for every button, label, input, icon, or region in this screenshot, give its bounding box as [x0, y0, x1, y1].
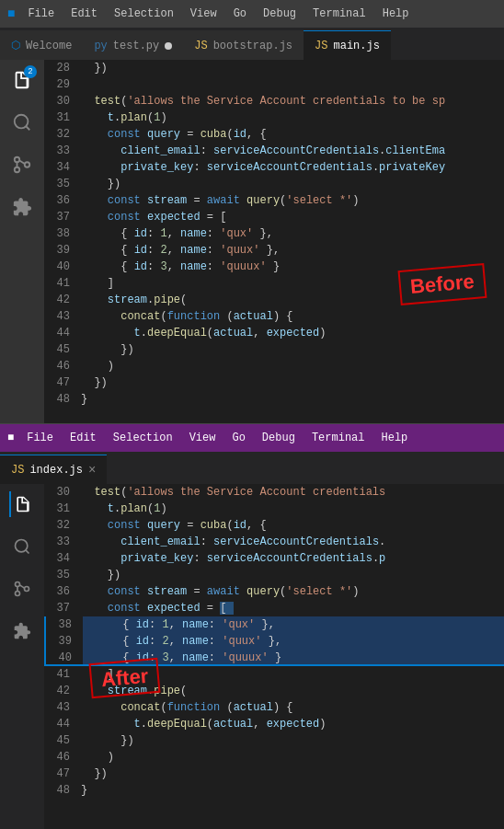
svg-point-0 [15, 115, 29, 129]
menu-terminal-top[interactable]: Terminal [305, 4, 373, 24]
bottom-code-lines: 30 test('allows the Service Account cred… [44, 484, 504, 799]
code-line-36: 36 const stream = await query('select *'… [44, 192, 504, 209]
svg-point-11 [25, 587, 29, 592]
menu-terminal-bottom[interactable]: Terminal [304, 428, 372, 448]
top-activity-bar: 2 [0, 60, 44, 423]
bottom-pane: ■ File Edit Selection View Go Debug Term… [0, 423, 504, 829]
code-line-33: 33 client_email: serviceAccountCredentia… [44, 143, 504, 159]
code-line-34: 34 private_key: serviceAccountCredential… [44, 159, 504, 176]
top-main-area: 2 28 }) 29 [0, 60, 504, 423]
code-line-35: 35 }) [44, 176, 504, 192]
tab-test-py-label: test.py [113, 40, 159, 52]
activity-files[interactable]: 2 [9, 67, 35, 93]
svg-point-2 [15, 157, 20, 163]
py-icon: py [94, 40, 107, 52]
js-icon-index: JS [11, 464, 24, 477]
b-code-line-30: 30 test('allows the Service Account cred… [44, 484, 504, 501]
menu-debug-top[interactable]: Debug [256, 4, 304, 24]
svg-point-9 [16, 582, 20, 587]
tab-index-label: index.js [29, 464, 83, 477]
close-tab-icon[interactable]: × [88, 463, 96, 478]
code-line-38: 38 { id: 1, name: 'qux' }, [44, 225, 504, 242]
b-code-line-37: 37 const expected = [ [44, 600, 504, 616]
menu-file-top[interactable]: File [20, 4, 62, 24]
code-line-39: 39 { id: 2, name: 'quux' }, [44, 242, 504, 259]
menu-view-bottom[interactable]: View [182, 428, 223, 448]
menu-debug-bottom[interactable]: Debug [255, 428, 303, 448]
b-code-line-31: 31 t.plan(1) [44, 501, 504, 517]
menu-go-bottom[interactable]: Go [224, 428, 252, 448]
b-code-line-35: 35 }) [44, 567, 504, 583]
menu-view-top[interactable]: View [183, 4, 224, 24]
code-line-31: 31 t.plan(1) [44, 109, 504, 126]
code-line-29: 29 [44, 76, 504, 93]
top-menu-bar: ■ File Edit Selection View Go Debug Term… [0, 0, 504, 28]
code-line-48: 48 } [44, 391, 504, 408]
bottom-tabs-bar: JS index.js × [0, 452, 504, 484]
b-code-line-36: 36 const stream = await query('select *'… [44, 583, 504, 600]
top-menu-items: File Edit Selection View Go Debug Termin… [20, 4, 416, 24]
bottom-sidebar [0, 484, 44, 829]
top-pane: ■ File Edit Selection View Go Debug Term… [0, 0, 504, 423]
bottom-main-area: 30 test('allows the Service Account cred… [0, 484, 504, 829]
sidebar-search[interactable] [9, 534, 35, 559]
tab-welcome[interactable]: ⬡ Welcome [0, 30, 83, 60]
code-line-32: 32 const query = cuba(id, { [44, 126, 504, 143]
sidebar-files[interactable] [9, 491, 35, 517]
tab-index-js[interactable]: JS index.js × [0, 455, 107, 484]
tab-main-label: main.js [333, 40, 379, 52]
b-code-line-43: 43 concat(function (actual) { [44, 699, 504, 716]
svg-line-1 [26, 126, 29, 130]
sidebar-extensions[interactable] [9, 618, 35, 644]
code-line-43: 43 concat(function (actual) { [44, 308, 504, 325]
b-code-line-39: 39 { id: 2, name: 'quux' }, [44, 633, 504, 650]
menu-edit-top[interactable]: Edit [63, 4, 105, 24]
vscode-logo-bottom: ■ [7, 432, 14, 444]
svg-line-8 [26, 550, 29, 554]
bottom-code-area: 30 test('allows the Service Account cred… [44, 484, 504, 829]
menu-go-top[interactable]: Go [226, 4, 254, 24]
svg-line-13 [20, 585, 25, 588]
bottom-menu-items: File Edit Selection View Go Debug Termin… [19, 428, 415, 448]
code-line-28: 28 }) [44, 60, 504, 76]
tab-bootstrap-js[interactable]: JS bootstrap.js [183, 30, 304, 60]
vscode-logo-top: ■ [7, 6, 15, 21]
menu-help-bottom[interactable]: Help [373, 428, 415, 448]
b-code-line-38: 38 { id: 1, name: 'qux' }, [44, 616, 504, 633]
code-line-30: 30 test('allows the Service Account cred… [44, 93, 504, 109]
svg-line-6 [19, 160, 25, 164]
b-code-line-44: 44 t.deepEqual(actual, expected) [44, 716, 504, 732]
js-icon-main: JS [315, 40, 327, 52]
welcome-icon: ⬡ [11, 39, 20, 52]
menu-selection-bottom[interactable]: Selection [106, 428, 180, 448]
code-line-44: 44 t.deepEqual(actual, expected) [44, 325, 504, 341]
menu-file-bottom[interactable]: File [19, 428, 61, 448]
tab-main-js[interactable]: JS main.js [304, 30, 391, 60]
b-code-line-34: 34 private_key: serviceAccountCredential… [44, 550, 504, 567]
svg-point-4 [25, 162, 30, 167]
svg-point-10 [16, 592, 20, 596]
top-code-lines: 28 }) 29 30 test('allows the Service Acc… [44, 60, 504, 408]
b-code-line-47: 47 }) [44, 766, 504, 782]
b-code-line-45: 45 }) [44, 732, 504, 749]
top-code-area: 28 }) 29 30 test('allows the Service Acc… [44, 60, 504, 423]
top-tabs-bar: ⬡ Welcome py test.py JS bootstrap.js JS … [0, 28, 504, 60]
modified-dot [165, 42, 172, 50]
tab-welcome-label: Welcome [26, 40, 72, 52]
after-label: After [88, 658, 160, 698]
js-icon-bootstrap: JS [194, 40, 207, 52]
svg-point-7 [16, 540, 28, 552]
b-code-line-33: 33 client_email: serviceAccountCredentia… [44, 534, 504, 550]
sidebar-git[interactable] [9, 576, 35, 602]
activity-search[interactable] [9, 109, 35, 135]
activity-git[interactable] [9, 152, 35, 178]
code-line-47: 47 }) [44, 374, 504, 391]
tab-bootstrap-label: bootstrap.js [213, 40, 292, 52]
b-code-line-46: 46 ) [44, 749, 504, 766]
activity-extensions[interactable] [9, 194, 35, 220]
menu-selection-top[interactable]: Selection [107, 4, 181, 24]
menu-help-top[interactable]: Help [375, 4, 417, 24]
tab-test-py[interactable]: py test.py [83, 30, 183, 60]
menu-edit-bottom[interactable]: Edit [63, 428, 104, 448]
code-line-37: 37 const expected = [ [44, 209, 504, 225]
